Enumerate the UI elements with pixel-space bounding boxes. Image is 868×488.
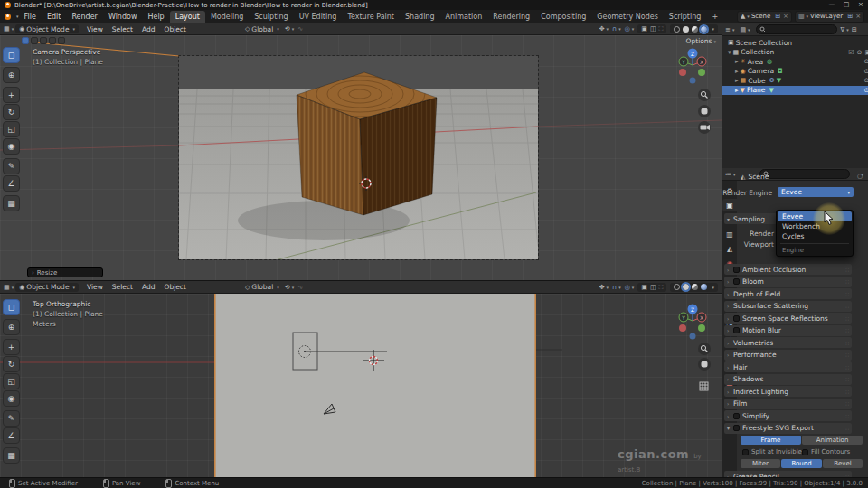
section-bloom[interactable]: ›Bloom∷ — [724, 277, 852, 287]
menu-help[interactable]: Help — [142, 13, 169, 21]
section-ambient-occlusion[interactable]: ›Ambient Occlusion∷ — [724, 264, 852, 275]
freestyle-frame-button[interactable]: Frame — [741, 436, 801, 445]
menu-select[interactable]: Select — [108, 25, 137, 33]
section-shadows[interactable]: ›Shadows∷ — [724, 374, 852, 385]
shading-solid-icon[interactable] — [683, 26, 689, 33]
options-dropdown[interactable]: Options ▾ — [686, 37, 716, 45]
expand-icon[interactable]: ▸ — [735, 77, 739, 84]
proportional-editing-icon[interactable]: ◎▾ — [625, 25, 635, 33]
operator-panel-resize[interactable]: › Resize — [27, 267, 103, 277]
section-indirect-lighting[interactable]: ›Indirect Lighting∷ — [724, 386, 852, 397]
shading-rendered-icon[interactable] — [701, 26, 707, 33]
expand-icon[interactable]: ▸ — [735, 58, 739, 65]
section-subsurface-scattering[interactable]: ›Subsurface Scattering∷ — [724, 301, 852, 312]
scene-name[interactable]: Scene — [751, 13, 770, 20]
close-button[interactable]: × — [854, 0, 868, 10]
tool-setting-icon[interactable] — [58, 37, 65, 44]
section-checkbox[interactable] — [733, 278, 740, 285]
split-at-invisible-checkbox[interactable]: Split at Invisible — [742, 448, 802, 455]
menu-window[interactable]: Window — [103, 13, 143, 21]
shading-rendered-icon[interactable] — [701, 284, 707, 290]
shading-solid-icon[interactable] — [683, 284, 689, 290]
workspace-tab-modeling[interactable]: Modeling — [205, 11, 249, 23]
section-depth-of-field[interactable]: ›Depth of Field∷ — [724, 288, 852, 299]
workspace-tab-compositing[interactable]: Compositing — [535, 11, 591, 23]
transform-orientation[interactable]: ◇ Global ▾ — [245, 25, 279, 33]
hide-eye-icon[interactable]: ⊙ — [864, 87, 868, 94]
tool-annotate[interactable]: ✎ — [3, 410, 20, 427]
show-overlays-icon[interactable]: ◫ — [650, 25, 656, 33]
section-checkbox[interactable] — [733, 413, 740, 419]
viewport-top-canvas[interactable]: ◻ ⊕ + ↻ ◱ ◉ ✎ ∠ ▦ — [0, 35, 722, 280]
shading-wireframe-icon[interactable] — [674, 26, 680, 33]
tool-move[interactable]: + — [3, 87, 20, 103]
tool-scale[interactable]: ◱ — [3, 373, 20, 389]
menu-object[interactable]: Object — [160, 25, 191, 33]
tool-move[interactable]: + — [3, 339, 20, 355]
new-collection-icon[interactable]: ⊞ — [852, 26, 857, 33]
transform-orientation[interactable]: ◇ Global ▾ — [245, 283, 279, 291]
minimize-button[interactable]: — — [825, 0, 839, 10]
tool-cursor[interactable]: ⊕ — [3, 67, 20, 83]
tool-rotate[interactable]: ↻ — [3, 104, 20, 120]
pivot-point-icon[interactable]: ⟲▾ — [285, 25, 294, 33]
editor-type-icon[interactable]: ▦▾ — [4, 25, 14, 33]
tool-measure[interactable]: ∠ — [3, 175, 20, 192]
section-volumetrics[interactable]: ›Volumetrics∷ — [724, 337, 852, 348]
tool-transform[interactable]: ◉ — [3, 138, 20, 155]
show-overlays-icon[interactable]: ◫ — [650, 284, 656, 291]
section-checkbox[interactable] — [733, 315, 740, 322]
tool-add-cube[interactable]: ▦ — [3, 195, 20, 211]
workspace-tab-geometry-nodes[interactable]: Geometry Nodes — [591, 11, 663, 23]
expand-icon[interactable]: ▸ — [735, 87, 739, 94]
show-gizmo-icon[interactable]: ▣ — [641, 284, 647, 291]
menu-item-cycles[interactable]: Cycles — [778, 231, 852, 241]
workspace-tab-shading[interactable]: Shading — [400, 11, 440, 23]
workspace-tab-animation[interactable]: Animation — [440, 11, 488, 23]
shading-wireframe-icon[interactable] — [674, 284, 680, 290]
section-sampling[interactable]: ▾ Sampling — [724, 213, 777, 224]
tool-add-cube[interactable]: ▦ — [3, 447, 20, 464]
unlink-scene-icon[interactable]: × — [783, 13, 788, 20]
properties-search[interactable] — [760, 169, 850, 179]
outliner-search[interactable] — [756, 24, 837, 34]
xray-toggle-icon[interactable]: ⛶ — [659, 25, 664, 33]
freestyle-round-button[interactable]: Round — [781, 459, 822, 468]
section-checkbox[interactable] — [733, 425, 740, 431]
tool-select-box[interactable]: ◻ — [3, 299, 20, 315]
tool-measure[interactable]: ∠ — [3, 427, 20, 444]
tool-transform[interactable]: ◉ — [3, 390, 20, 407]
editor-type-icon[interactable]: ≡▾ — [725, 26, 734, 33]
outliner-row-scene-collection[interactable]: ▣ Scene Collection — [722, 38, 868, 48]
display-mode-icon[interactable]: ▤▾ — [740, 26, 750, 33]
menu-view[interactable]: View — [82, 25, 108, 33]
menu-file[interactable]: File — [19, 13, 42, 21]
pin-icon[interactable]: ○ — [857, 173, 863, 180]
render-engine-dropdown[interactable]: Eevee ▾ — [778, 187, 854, 197]
new-scene-icon[interactable]: ⊞ — [775, 13, 780, 20]
expand-icon[interactable]: ▾ — [728, 49, 731, 56]
menu-render[interactable]: Render — [66, 13, 102, 21]
shading-material-icon[interactable] — [692, 284, 698, 290]
freestyle-animation-button[interactable]: Animation — [802, 436, 863, 445]
navigation-gizmo[interactable]: Z Y X — [671, 43, 714, 170]
disable-render-icon[interactable]: ▣ — [864, 49, 868, 56]
menu-view[interactable]: View — [82, 283, 108, 291]
maximize-button[interactable]: □ — [839, 0, 854, 10]
freestyle-miter-button[interactable]: Miter — [741, 459, 780, 468]
properties-search-input[interactable] — [769, 171, 846, 178]
freestyle-bevel-button[interactable]: Bevel — [823, 459, 863, 468]
outliner-row-collection[interactable]: ▾ ▦ Collection ☑ ⊙ ▣ — [722, 48, 868, 58]
viewlayer-name[interactable]: ViewLayer — [810, 13, 843, 20]
new-viewlayer-icon[interactable]: ⊞ — [847, 13, 853, 20]
hide-eye-icon[interactable]: ⊙ — [864, 58, 868, 65]
mode-selector[interactable]: ◉ Object Mode ▾ — [15, 283, 79, 292]
mode-selector[interactable]: ◉ Object Mode ▾ — [15, 24, 79, 33]
proportional-editing-icon[interactable]: ◎▾ — [625, 284, 635, 291]
outliner-row-camera[interactable]: ▸ ◉ Camera ◘ ⊙ ▣ — [722, 67, 868, 77]
tool-scale[interactable]: ◱ — [3, 121, 20, 137]
section-freestyle-svg-export[interactable]: ▾Freestyle SVG Export∷ — [724, 423, 852, 434]
tool-setting-icon[interactable] — [31, 37, 38, 44]
section-checkbox[interactable] — [733, 327, 740, 333]
menu-object[interactable]: Object — [160, 283, 191, 291]
